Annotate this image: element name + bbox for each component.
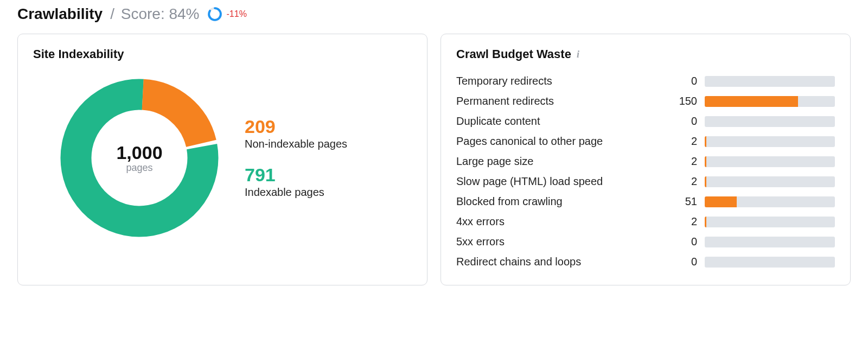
waste-row[interactable]: Permanent redirects150 (456, 91, 835, 111)
waste-label: Duplicate content (456, 115, 662, 128)
waste-row[interactable]: Blocked from crawling51 (456, 192, 835, 212)
waste-label: Blocked from crawling (456, 195, 662, 208)
waste-value: 2 (670, 155, 697, 168)
site-indexability-card: Site Indexability 1,000 pages 209 Non-in… (17, 34, 427, 285)
indexability-legend: 209 Non-indexable pages 791 Indexable pa… (245, 117, 347, 199)
waste-bar (705, 156, 835, 167)
waste-row[interactable]: Redirect chains and loops0 (456, 252, 835, 272)
waste-bar (705, 96, 835, 107)
waste-value: 2 (670, 215, 697, 228)
crawl-budget-waste-title-row: Crawl Budget Waste i (456, 47, 835, 61)
waste-bar (705, 76, 835, 87)
waste-label: Pages canonical to other page (456, 135, 662, 148)
waste-bar-fill (705, 217, 706, 227)
waste-bar (705, 196, 835, 207)
crawl-budget-waste-card: Crawl Budget Waste i Temporary redirects… (441, 34, 851, 285)
page-header: Crawlability / Score: 84% -11% (17, 5, 851, 23)
cards-row: Site Indexability 1,000 pages 209 Non-in… (17, 34, 851, 285)
waste-value: 2 (670, 135, 697, 148)
waste-value: 2 (670, 175, 697, 188)
waste-label: 4xx errors (456, 215, 662, 228)
score-donut-icon (207, 7, 222, 22)
waste-value: 0 (670, 256, 697, 268)
waste-bar (705, 217, 835, 227)
waste-label: Slow page (HTML) load speed (456, 175, 662, 188)
score-delta: -11% (227, 9, 247, 19)
waste-row[interactable]: Temporary redirects0 (456, 71, 835, 91)
waste-value: 150 (670, 95, 697, 107)
waste-row[interactable]: Duplicate content0 (456, 111, 835, 131)
crawl-budget-waste-title: Crawl Budget Waste (456, 47, 571, 61)
waste-value: 0 (670, 75, 697, 87)
waste-label: Large page size (456, 155, 662, 168)
legend-indexable[interactable]: 791 Indexable pages (245, 166, 347, 199)
waste-bar (705, 237, 835, 247)
indexable-value: 791 (245, 166, 347, 184)
waste-label: Permanent redirects (456, 95, 662, 107)
waste-label: Redirect chains and loops (456, 256, 662, 268)
waste-bar-fill (705, 136, 706, 147)
waste-row[interactable]: Large page size2 (456, 151, 835, 171)
waste-bar (705, 136, 835, 147)
donut-center: 1,000 pages (58, 77, 221, 239)
score-word: Score: (121, 5, 165, 22)
page-title: Crawlability (17, 5, 103, 23)
waste-bar-fill (705, 196, 737, 207)
waste-label: Temporary redirects (456, 75, 662, 87)
waste-bar-fill (705, 156, 706, 167)
waste-label: 5xx errors (456, 236, 662, 248)
crawl-budget-waste-list: Temporary redirects0Permanent redirects1… (456, 71, 835, 272)
donut-total: 1,000 (116, 142, 162, 163)
info-icon[interactable]: i (577, 49, 579, 59)
waste-bar (705, 257, 835, 268)
score-label: / Score: 84% (110, 5, 199, 23)
site-indexability-body: 1,000 pages 209 Non-indexable pages 791 … (33, 71, 412, 245)
indexable-label: Indexable pages (245, 186, 347, 199)
waste-value: 51 (670, 195, 697, 208)
waste-bar-fill (705, 176, 706, 187)
legend-non-indexable[interactable]: 209 Non-indexable pages (245, 117, 347, 150)
non-indexable-label: Non-indexable pages (245, 138, 347, 150)
waste-value: 0 (670, 236, 697, 248)
waste-bar (705, 116, 835, 127)
site-indexability-title: Site Indexability (33, 47, 412, 61)
waste-row[interactable]: Pages canonical to other page2 (456, 131, 835, 151)
score-slash: / (110, 5, 114, 22)
donut-total-label: pages (126, 162, 152, 174)
waste-row[interactable]: Slow page (HTML) load speed2 (456, 171, 835, 192)
score-value: 84% (169, 5, 199, 22)
waste-value: 0 (670, 115, 697, 128)
indexability-donut: 1,000 pages (58, 77, 221, 239)
waste-bar-fill (705, 96, 798, 107)
waste-row[interactable]: 4xx errors2 (456, 212, 835, 232)
non-indexable-value: 209 (245, 117, 347, 136)
waste-bar (705, 176, 835, 187)
waste-row[interactable]: 5xx errors0 (456, 232, 835, 252)
